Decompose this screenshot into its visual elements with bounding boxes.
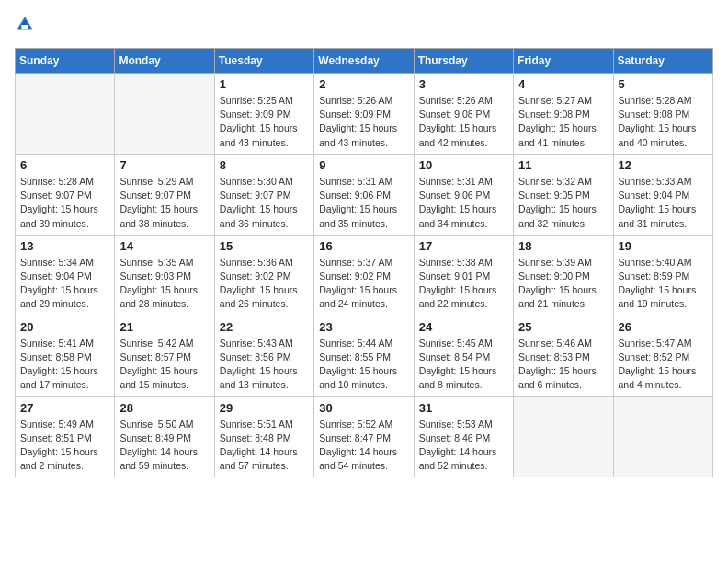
day-header-saturday: Saturday (613, 49, 712, 74)
day-number: 21 (119, 320, 209, 334)
calendar-cell (16, 74, 115, 155)
calendar-cell: 30 Sunrise: 5:52 AMSunset: 8:47 PMDaylig… (314, 396, 414, 477)
calendar-header-row: SundayMondayTuesdayWednesdayThursdayFrid… (16, 49, 713, 74)
calendar-cell: 9 Sunrise: 5:31 AMSunset: 9:06 PMDayligh… (314, 154, 414, 235)
calendar-cell: 11 Sunrise: 5:32 AMSunset: 9:05 PMDaylig… (514, 154, 613, 235)
day-info: Sunrise: 5:26 AMSunset: 9:09 PMDaylight:… (319, 94, 408, 150)
calendar-cell: 15 Sunrise: 5:36 AMSunset: 9:02 PMDaylig… (214, 235, 313, 316)
calendar-cell: 27 Sunrise: 5:49 AMSunset: 8:51 PMDaylig… (16, 396, 115, 477)
day-info: Sunrise: 5:39 AMSunset: 9:00 PMDaylight:… (518, 256, 608, 312)
day-number: 22 (220, 320, 309, 334)
day-number: 14 (119, 239, 209, 253)
day-info: Sunrise: 5:34 AMSunset: 9:04 PMDaylight:… (20, 256, 109, 312)
day-number: 15 (220, 239, 309, 253)
day-number: 6 (20, 158, 109, 172)
svg-rect-2 (21, 25, 28, 29)
calendar-cell: 7 Sunrise: 5:29 AMSunset: 9:07 PMDayligh… (115, 154, 214, 235)
day-header-sunday: Sunday (16, 49, 115, 74)
calendar-cell (115, 74, 214, 155)
day-number: 17 (419, 239, 508, 253)
day-number: 20 (20, 320, 109, 334)
day-info: Sunrise: 5:36 AMSunset: 9:02 PMDaylight:… (220, 256, 309, 312)
day-header-monday: Monday (115, 49, 214, 74)
calendar-cell: 26 Sunrise: 5:47 AMSunset: 8:52 PMDaylig… (613, 316, 712, 396)
day-header-wednesday: Wednesday (314, 49, 414, 74)
calendar-cell (514, 396, 613, 477)
day-number: 11 (518, 158, 608, 172)
day-info: Sunrise: 5:32 AMSunset: 9:05 PMDaylight:… (518, 175, 608, 231)
day-info: Sunrise: 5:40 AMSunset: 8:59 PMDaylight:… (619, 256, 708, 312)
day-number: 19 (619, 239, 708, 253)
day-info: Sunrise: 5:33 AMSunset: 9:04 PMDaylight:… (619, 175, 708, 231)
calendar-cell: 25 Sunrise: 5:46 AMSunset: 8:53 PMDaylig… (514, 316, 613, 396)
day-info: Sunrise: 5:29 AMSunset: 9:07 PMDaylight:… (119, 175, 209, 231)
calendar-cell: 3 Sunrise: 5:26 AMSunset: 9:08 PMDayligh… (414, 74, 513, 155)
day-number: 16 (319, 239, 408, 253)
calendar-cell: 18 Sunrise: 5:39 AMSunset: 9:00 PMDaylig… (514, 235, 613, 316)
calendar-cell: 6 Sunrise: 5:28 AMSunset: 9:07 PMDayligh… (16, 154, 115, 235)
day-number: 27 (20, 401, 109, 415)
page-header (15, 15, 713, 39)
day-number: 2 (319, 77, 408, 91)
day-info: Sunrise: 5:31 AMSunset: 9:06 PMDaylight:… (419, 175, 508, 231)
calendar-week-5: 27 Sunrise: 5:49 AMSunset: 8:51 PMDaylig… (16, 396, 713, 477)
calendar-cell: 13 Sunrise: 5:34 AMSunset: 9:04 PMDaylig… (16, 235, 115, 316)
calendar-week-4: 20 Sunrise: 5:41 AMSunset: 8:58 PMDaylig… (16, 316, 713, 396)
calendar-cell: 22 Sunrise: 5:43 AMSunset: 8:56 PMDaylig… (214, 316, 313, 396)
day-info: Sunrise: 5:50 AMSunset: 8:49 PMDaylight:… (119, 418, 209, 474)
day-info: Sunrise: 5:38 AMSunset: 9:01 PMDaylight:… (419, 256, 508, 312)
calendar-cell: 20 Sunrise: 5:41 AMSunset: 8:58 PMDaylig… (16, 316, 115, 396)
logo-icon (15, 15, 35, 39)
calendar-cell: 29 Sunrise: 5:51 AMSunset: 8:48 PMDaylig… (214, 396, 313, 477)
day-number: 8 (220, 158, 309, 172)
day-info: Sunrise: 5:26 AMSunset: 9:08 PMDaylight:… (419, 94, 508, 150)
calendar-cell: 31 Sunrise: 5:53 AMSunset: 8:46 PMDaylig… (414, 396, 513, 477)
day-info: Sunrise: 5:51 AMSunset: 8:48 PMDaylight:… (220, 418, 309, 474)
day-info: Sunrise: 5:30 AMSunset: 9:07 PMDaylight:… (220, 175, 309, 231)
day-info: Sunrise: 5:53 AMSunset: 8:46 PMDaylight:… (419, 418, 508, 474)
day-number: 23 (319, 320, 408, 334)
day-info: Sunrise: 5:25 AMSunset: 9:09 PMDaylight:… (220, 94, 309, 150)
calendar-cell: 16 Sunrise: 5:37 AMSunset: 9:02 PMDaylig… (314, 235, 414, 316)
day-info: Sunrise: 5:27 AMSunset: 9:08 PMDaylight:… (518, 94, 608, 150)
day-number: 1 (220, 77, 309, 91)
day-info: Sunrise: 5:43 AMSunset: 8:56 PMDaylight:… (220, 337, 309, 393)
calendar-cell: 17 Sunrise: 5:38 AMSunset: 9:01 PMDaylig… (414, 235, 513, 316)
day-header-thursday: Thursday (414, 49, 513, 74)
day-number: 25 (518, 320, 608, 334)
day-number: 26 (619, 320, 708, 334)
logo (15, 15, 39, 39)
day-info: Sunrise: 5:28 AMSunset: 9:08 PMDaylight:… (619, 94, 708, 150)
day-number: 3 (419, 77, 508, 91)
calendar-cell: 12 Sunrise: 5:33 AMSunset: 9:04 PMDaylig… (613, 154, 712, 235)
calendar-cell: 2 Sunrise: 5:26 AMSunset: 9:09 PMDayligh… (314, 74, 414, 155)
calendar-cell: 5 Sunrise: 5:28 AMSunset: 9:08 PMDayligh… (613, 74, 712, 155)
calendar-table: SundayMondayTuesdayWednesdayThursdayFrid… (15, 48, 713, 477)
calendar-cell: 23 Sunrise: 5:44 AMSunset: 8:55 PMDaylig… (314, 316, 414, 396)
calendar-week-3: 13 Sunrise: 5:34 AMSunset: 9:04 PMDaylig… (16, 235, 713, 316)
day-info: Sunrise: 5:28 AMSunset: 9:07 PMDaylight:… (20, 175, 109, 231)
day-info: Sunrise: 5:49 AMSunset: 8:51 PMDaylight:… (20, 418, 109, 474)
calendar-cell: 1 Sunrise: 5:25 AMSunset: 9:09 PMDayligh… (214, 74, 313, 155)
day-info: Sunrise: 5:35 AMSunset: 9:03 PMDaylight:… (119, 256, 209, 312)
day-number: 7 (119, 158, 209, 172)
day-number: 29 (220, 401, 309, 415)
day-number: 4 (518, 77, 608, 91)
day-number: 13 (20, 239, 109, 253)
day-info: Sunrise: 5:45 AMSunset: 8:54 PMDaylight:… (419, 337, 508, 393)
calendar-cell: 8 Sunrise: 5:30 AMSunset: 9:07 PMDayligh… (214, 154, 313, 235)
calendar-cell: 19 Sunrise: 5:40 AMSunset: 8:59 PMDaylig… (613, 235, 712, 316)
day-info: Sunrise: 5:31 AMSunset: 9:06 PMDaylight:… (319, 175, 408, 231)
calendar-week-2: 6 Sunrise: 5:28 AMSunset: 9:07 PMDayligh… (16, 154, 713, 235)
day-number: 18 (518, 239, 608, 253)
calendar-cell: 24 Sunrise: 5:45 AMSunset: 8:54 PMDaylig… (414, 316, 513, 396)
calendar-week-1: 1 Sunrise: 5:25 AMSunset: 9:09 PMDayligh… (16, 74, 713, 155)
calendar-cell (613, 396, 712, 477)
calendar-body: 1 Sunrise: 5:25 AMSunset: 9:09 PMDayligh… (16, 74, 713, 477)
day-info: Sunrise: 5:37 AMSunset: 9:02 PMDaylight:… (319, 256, 408, 312)
calendar-cell: 28 Sunrise: 5:50 AMSunset: 8:49 PMDaylig… (115, 396, 214, 477)
day-info: Sunrise: 5:46 AMSunset: 8:53 PMDaylight:… (518, 337, 608, 393)
day-header-friday: Friday (514, 49, 613, 74)
day-number: 31 (419, 401, 508, 415)
day-info: Sunrise: 5:41 AMSunset: 8:58 PMDaylight:… (20, 337, 109, 393)
